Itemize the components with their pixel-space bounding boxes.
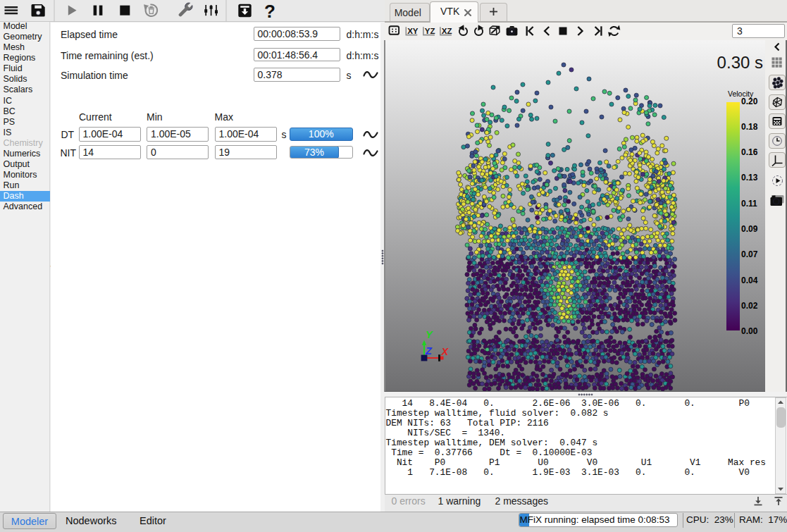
svg-text:Y: Y	[426, 329, 433, 340]
svg-text:Z: Z	[425, 345, 433, 357]
svg-text:X: X	[441, 346, 450, 357]
svg-text:YZ: YZ	[425, 27, 435, 35]
svg-text:?: ?	[264, 1, 275, 22]
svg-text:XY: XY	[407, 27, 419, 35]
svg-text:XZ: XZ	[442, 27, 452, 35]
